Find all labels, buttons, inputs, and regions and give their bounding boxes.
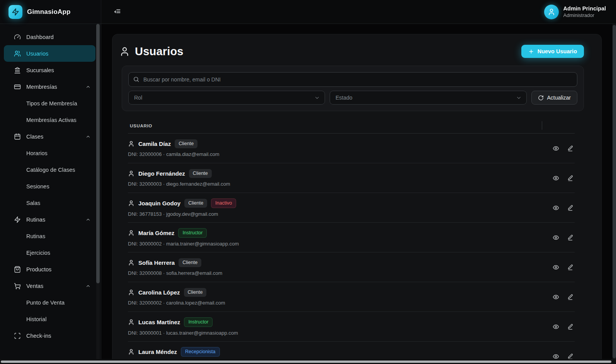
table-row: Carolina López Cliente DNI: 32000002 · c… bbox=[128, 282, 575, 312]
filters-panel: Rol Estado Actualizar bbox=[122, 66, 584, 111]
refresh-icon bbox=[538, 95, 544, 101]
sidebar-item-tipos-de-membresia[interactable]: Tipos de Membresía bbox=[4, 95, 95, 112]
user-details: DNI: 30000001 · lucas.trainer@gimnasioap… bbox=[128, 330, 238, 336]
view-button[interactable] bbox=[551, 173, 560, 183]
user-name: María Gómez bbox=[138, 230, 174, 236]
table-row: Sofía Herrera Cliente DNI: 32000008 · so… bbox=[128, 252, 575, 282]
cart-icon bbox=[14, 283, 21, 290]
sidebar-item-rutinas[interactable]: Rutinas bbox=[4, 211, 95, 228]
user-name: Admin Principal bbox=[563, 5, 606, 12]
user-name: Carolina López bbox=[138, 289, 180, 296]
chevron-up-icon[interactable] bbox=[85, 84, 91, 90]
page-title: Usuarios bbox=[135, 45, 184, 58]
bag-icon bbox=[14, 266, 21, 273]
avatar[interactable] bbox=[544, 5, 559, 19]
user-icon bbox=[119, 46, 130, 57]
column-divider bbox=[542, 121, 542, 130]
view-button[interactable] bbox=[551, 262, 560, 272]
sidebar-scrollbar-thumb[interactable] bbox=[96, 24, 100, 283]
card-icon bbox=[14, 83, 21, 90]
sidebar-scrollbar[interactable] bbox=[96, 24, 100, 364]
sidebar-item-dashboard[interactable]: Dashboard bbox=[4, 29, 95, 45]
role-badge: Cliente bbox=[175, 139, 197, 148]
user-details: DNI: 32000006 · camila.diaz@email.com bbox=[128, 151, 219, 157]
sidebar-item-productos[interactable]: Productos bbox=[4, 261, 95, 278]
pencil-icon bbox=[567, 234, 573, 241]
status-badge: Inactivo bbox=[211, 198, 236, 208]
table-row: Camila Díaz Cliente DNI: 32000006 · cami… bbox=[128, 134, 575, 163]
zap-icon bbox=[12, 8, 19, 16]
sidebar-item-ventas[interactable]: Ventas bbox=[4, 278, 95, 294]
calendar-icon bbox=[14, 133, 21, 140]
users-card: Usuarios Nuevo Usuario Rol Estado bbox=[112, 34, 602, 364]
brand: GimnasioApp bbox=[0, 0, 101, 24]
sidebar-item-sesiones[interactable]: Sesiones bbox=[4, 178, 95, 195]
user-icon bbox=[128, 230, 134, 236]
sidebar-item-membresias[interactable]: Membresías bbox=[4, 78, 95, 95]
sidebar-collapse-button[interactable] bbox=[111, 6, 123, 18]
rol-select[interactable]: Rol bbox=[128, 91, 325, 105]
sidebar-item-usuarios[interactable]: Usuarios bbox=[4, 45, 95, 62]
eye-icon bbox=[553, 205, 559, 211]
edit-button[interactable] bbox=[565, 322, 575, 331]
pencil-icon bbox=[567, 323, 573, 330]
view-button[interactable] bbox=[551, 292, 560, 301]
refresh-button[interactable]: Actualizar bbox=[531, 91, 577, 105]
sidebar-item-punto-de-venta[interactable]: Punto de Venta bbox=[4, 294, 95, 311]
pencil-icon bbox=[567, 205, 573, 211]
sidebar-item-historial[interactable]: Historial bbox=[4, 311, 95, 327]
table-row: Diego Fernández Cliente DNI: 32000003 · … bbox=[128, 163, 575, 193]
chevron-up-icon[interactable] bbox=[85, 217, 91, 222]
search-input[interactable] bbox=[128, 72, 577, 87]
eye-icon bbox=[553, 145, 559, 152]
edit-button[interactable] bbox=[565, 144, 575, 153]
user-details: DNI: 32000002 · carolina.lopez@email.com bbox=[128, 300, 225, 306]
view-button[interactable] bbox=[551, 144, 560, 153]
edit-button[interactable] bbox=[565, 203, 575, 212]
sidebar-item-horarios[interactable]: Horarios bbox=[4, 145, 95, 161]
plus-icon bbox=[528, 49, 534, 54]
user-icon bbox=[128, 259, 134, 266]
user-icon bbox=[128, 200, 134, 207]
vertical-scrollbar[interactable] bbox=[613, 24, 616, 359]
user-name: Joaquin Godoy bbox=[138, 200, 180, 207]
sidebar-item-check-ins[interactable]: Check-ins bbox=[4, 327, 95, 344]
view-button[interactable] bbox=[551, 233, 560, 242]
zap-icon bbox=[14, 216, 21, 223]
estado-select[interactable]: Estado bbox=[330, 91, 526, 105]
sidebar-item-ejercicios[interactable]: Ejercicios bbox=[4, 244, 95, 261]
users-icon bbox=[14, 50, 21, 57]
edit-button[interactable] bbox=[565, 262, 575, 272]
new-user-button[interactable]: Nuevo Usuario bbox=[521, 45, 584, 58]
view-button[interactable] bbox=[551, 203, 560, 212]
user-menu[interactable]: Admin Principal Administrador bbox=[544, 5, 606, 19]
sidebar-item-rutinas[interactable]: Rutinas bbox=[4, 228, 95, 244]
edit-button[interactable] bbox=[565, 292, 575, 301]
eye-icon bbox=[553, 234, 559, 241]
view-button[interactable] bbox=[551, 322, 560, 331]
chevron-up-icon[interactable] bbox=[85, 283, 91, 289]
app-logo bbox=[9, 5, 22, 19]
table-row: María Gómez Instructor DNI: 30000002 · m… bbox=[128, 223, 575, 252]
outdent-icon bbox=[114, 8, 121, 15]
sidebar-item-clases[interactable]: Clases bbox=[4, 128, 95, 145]
user-icon bbox=[128, 349, 134, 355]
edit-button[interactable] bbox=[565, 173, 575, 183]
user-icon bbox=[128, 319, 134, 325]
user-name: Lucas Martínez bbox=[138, 319, 180, 325]
edit-button[interactable] bbox=[565, 233, 575, 242]
sidebar-item-catalogo-de-clases[interactable]: Catálogo de Clases bbox=[4, 161, 95, 178]
horizontal-scrollbar-thumb[interactable] bbox=[1, 361, 611, 363]
sidebar-item-salas[interactable]: Salas bbox=[4, 195, 95, 211]
role-badge: Cliente bbox=[189, 169, 212, 178]
table-row: Joaquin Godoy Cliente Inactivo DNI: 3677… bbox=[128, 193, 575, 223]
app-name: GimnasioApp bbox=[27, 8, 71, 16]
sidebar-item-sucursales[interactable]: Sucursales bbox=[4, 62, 95, 78]
user-icon bbox=[128, 170, 134, 177]
pencil-icon bbox=[567, 353, 573, 360]
vertical-scrollbar-thumb[interactable] bbox=[613, 25, 616, 358]
chevron-up-icon[interactable] bbox=[85, 134, 91, 139]
horizontal-scrollbar[interactable] bbox=[0, 359, 616, 364]
sidebar-item-membresias-activas[interactable]: Membresías Activas bbox=[4, 112, 95, 128]
eye-icon bbox=[553, 264, 559, 271]
